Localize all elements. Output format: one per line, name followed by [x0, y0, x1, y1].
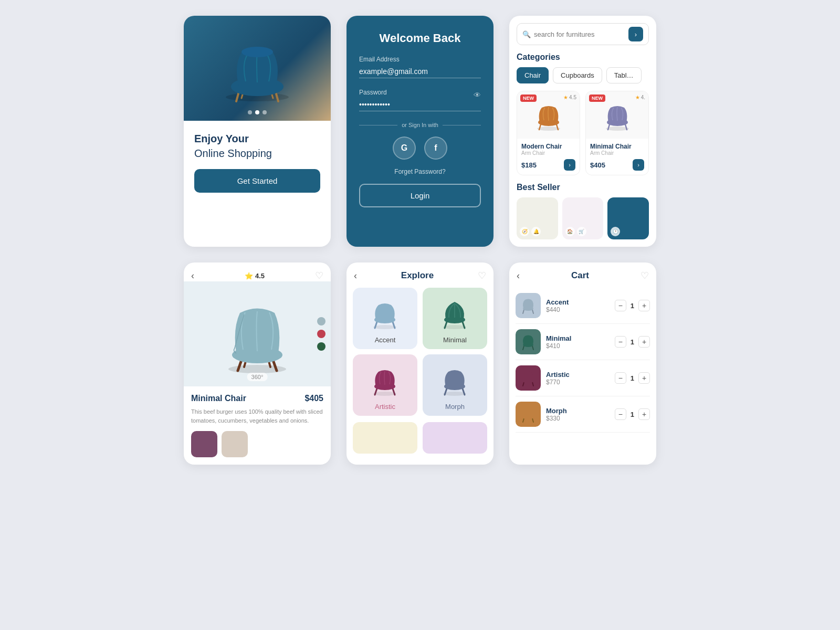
explore-grid: Accent Minimal [346, 281, 494, 422]
swatch-green[interactable] [317, 342, 326, 351]
explore-title: Explore [401, 270, 434, 281]
google-signin-button[interactable]: G [393, 136, 416, 160]
hero-dot-2[interactable] [255, 110, 259, 114]
qty-plus-morph[interactable]: + [638, 408, 650, 420]
explore-label-minimal: Minimal [443, 336, 467, 344]
qty-minus-artistic[interactable]: − [615, 372, 626, 384]
best-seller-item-1[interactable]: 🧭 🔔 [517, 197, 558, 239]
star-icon-2: ★ [635, 94, 640, 100]
forgot-password-link[interactable]: Forget Password? [359, 168, 481, 175]
search-button[interactable]: › [628, 27, 643, 41]
best-seller-item-2[interactable]: 🏠 🛒 [562, 197, 604, 239]
best-seller-item-3[interactable]: 🕐 [607, 197, 649, 239]
hero-dot-1[interactable] [248, 110, 252, 114]
browse-card: 🔍 › Categories Chair Cupboards Tabl… NEW… [509, 16, 656, 247]
detail-header: ‹ ⭐ 4.5 ♡ [184, 262, 331, 281]
degree-label: 360° [247, 373, 268, 381]
cart-chair-minimal [519, 332, 538, 351]
svg-line-46 [523, 418, 524, 422]
swatch-red[interactable] [317, 330, 326, 338]
qty-plus-artistic[interactable]: + [638, 372, 650, 384]
product-footer-modern: $185 › [521, 159, 575, 171]
thumbnail-1[interactable] [191, 431, 217, 457]
qty-minus-minimal[interactable]: − [615, 336, 626, 348]
password-input[interactable] [359, 98, 481, 111]
explore-label-accent: Accent [375, 336, 396, 344]
product-sub-modern: Arm Chair [521, 150, 575, 156]
detail-back-button[interactable]: ‹ [191, 270, 194, 281]
swatch-teal[interactable] [317, 317, 326, 326]
detail-heart-button[interactable]: ♡ [315, 270, 323, 281]
product-modern-chair: NEW ★4.5 [517, 91, 580, 175]
bs-icon-history: 🕐 [611, 227, 620, 236]
explore-card: ‹ Explore ♡ Accent [346, 262, 494, 465]
qty-num-accent: 1 [631, 302, 634, 310]
hero-content: Enjoy Your Online Shopping Get Started [184, 121, 331, 203]
bs-icon-bell: 🔔 [531, 227, 541, 236]
cart-item-price-artistic: $770 [546, 379, 610, 386]
cart-chair-artistic [519, 369, 538, 387]
product-sub-minimal: Arm Chair [590, 150, 644, 156]
explore-back-button[interactable]: ‹ [354, 270, 357, 281]
detail-title-row: Minimal Chair $405 [191, 394, 323, 403]
cart-heart-button[interactable]: ♡ [640, 270, 649, 281]
qty-minus-accent[interactable]: − [615, 300, 626, 311]
hero-title: Enjoy Your Online Shopping [194, 131, 320, 161]
svg-point-33 [443, 392, 466, 396]
explore-item-morph[interactable]: Morph [423, 354, 487, 416]
eye-icon[interactable]: 👁 [474, 91, 481, 99]
qty-plus-minimal[interactable]: + [638, 336, 650, 348]
explore-item-accent[interactable]: Accent [353, 288, 417, 349]
thumbnail-2[interactable] [222, 431, 248, 457]
row-top: Enjoy Your Online Shopping Get Started W… [16, 16, 824, 247]
cart-chair-morph [519, 405, 538, 424]
facebook-signin-button[interactable]: f [424, 136, 447, 160]
cart-item-img-accent [516, 293, 541, 318]
email-input[interactable] [359, 65, 481, 78]
detail-rating: ⭐ 4.5 [245, 272, 265, 280]
svg-line-37 [523, 310, 524, 313]
login-button[interactable]: Login [359, 184, 481, 207]
cart-header: ‹ Cart ♡ [509, 262, 656, 281]
cart-back-button[interactable]: ‹ [517, 270, 520, 281]
svg-point-25 [443, 325, 466, 329]
explore-img-accent [364, 295, 406, 332]
category-table-button[interactable]: Tabl… [606, 67, 642, 83]
browse-content: 🔍 › Categories Chair Cupboards Tabl… NEW… [509, 16, 656, 247]
search-input[interactable] [534, 30, 628, 38]
modern-chair-svg [530, 98, 567, 132]
explore-heart-button[interactable]: ♡ [478, 270, 486, 281]
product-arrow-modern[interactable]: › [564, 159, 575, 171]
login-header: Welcome Back [346, 16, 494, 50]
qty-control-morph: − 1 + [615, 408, 650, 420]
hero-dots [248, 110, 267, 114]
explore-extra-1[interactable] [353, 422, 417, 454]
svg-point-6 [242, 47, 273, 57]
bs-icon-home: 🏠 [565, 227, 575, 236]
get-started-button[interactable]: Get Started [194, 169, 320, 193]
qty-minus-morph[interactable]: − [615, 408, 626, 420]
best-seller-row: 🧭 🔔 🏠 🛒 🕐 [517, 197, 649, 239]
category-chair-button[interactable]: Chair [517, 67, 549, 83]
qty-plus-accent[interactable]: + [638, 300, 650, 311]
password-label: Password [359, 89, 481, 96]
category-cupboards-button[interactable]: Cupboards [553, 67, 602, 83]
detail-product-image: 360° [184, 281, 331, 386]
minimal-chair-svg [599, 98, 636, 132]
password-group: Password 👁 [359, 89, 481, 111]
detail-description: This beef burger uses 100% quality beef … [191, 407, 323, 425]
qty-num-minimal: 1 [631, 338, 634, 346]
explore-extra-2[interactable] [423, 422, 487, 454]
rating-badge-2: ★4. [635, 94, 645, 100]
product-price-modern: $185 [521, 161, 537, 169]
explore-item-minimal[interactable]: Minimal [423, 288, 487, 349]
hero-image [184, 16, 331, 121]
cart-item-artistic: Artistic $770 − 1 + [516, 360, 650, 396]
product-arrow-minimal[interactable]: › [633, 159, 644, 171]
bs-icons-2: 🏠 🛒 [565, 227, 586, 236]
explore-item-artistic[interactable]: Artistic [353, 354, 417, 416]
svg-line-43 [523, 382, 524, 386]
categories-row: Chair Cupboards Tabl… [517, 67, 649, 83]
hero-dot-3[interactable] [262, 110, 267, 114]
cart-item-info-morph: Morph $330 [546, 407, 610, 422]
